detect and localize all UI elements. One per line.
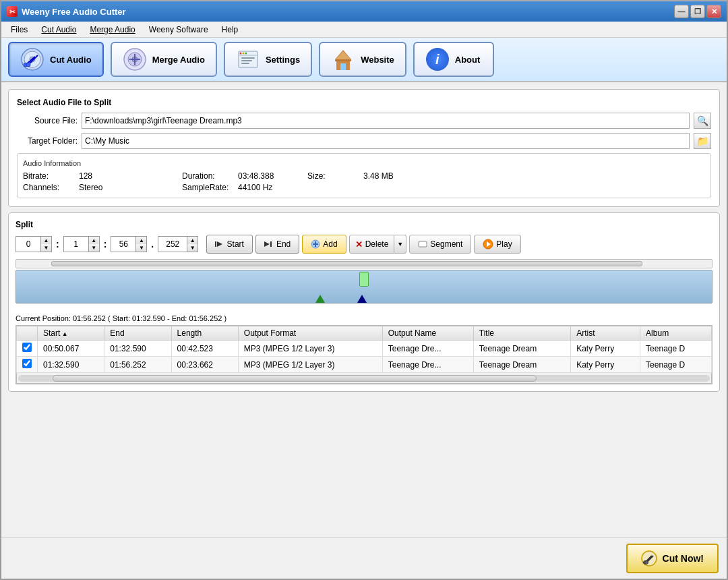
svg-rect-14 xyxy=(241,63,249,64)
audio-info-section: Audio Information Bitrate: 128 Duration:… xyxy=(17,153,711,198)
target-folder-input[interactable] xyxy=(82,133,690,149)
waveform-area: Current Position: 01:56.252 ( Start: 01:… xyxy=(16,259,712,322)
table-row: 00:50.067 01:32.590 00:42.523 MP3 (MPEG … xyxy=(17,341,712,357)
menu-files[interactable]: Files xyxy=(4,23,34,36)
col-start[interactable]: Start xyxy=(38,326,104,341)
add-button[interactable]: Add xyxy=(302,235,346,254)
delete-dropdown-button[interactable]: ▼ xyxy=(394,235,406,254)
scrollbar-thumb[interactable] xyxy=(51,261,642,266)
toolbar: Cut Audio Merge Audio xyxy=(1,38,727,82)
website-icon xyxy=(331,47,355,71)
col-album[interactable]: Album xyxy=(640,326,712,341)
main-window: ✂ Weeny Free Audio Cutter — ❐ ✕ Files Cu… xyxy=(0,0,728,580)
frames-spin-buttons: ▲ ▼ xyxy=(187,237,198,252)
cut-now-label: Cut Now! xyxy=(663,553,704,564)
minutes-spinbox[interactable]: ▲ ▼ xyxy=(16,236,52,252)
segment-button[interactable]: Segment xyxy=(409,235,471,254)
source-browse-button[interactable]: 🔍 xyxy=(694,113,711,129)
frames-spinbox[interactable]: ▲ ▼ xyxy=(158,236,198,252)
table-hscrollbar[interactable] xyxy=(16,373,712,384)
seconds2-spinbox[interactable]: ▲ ▼ xyxy=(111,236,147,252)
waveform-bar[interactable] xyxy=(16,270,712,303)
table-body: 00:50.067 01:32.590 00:42.523 MP3 (MPEG … xyxy=(17,341,712,373)
cut-audio-label: Cut Audio xyxy=(50,55,92,65)
cut-now-icon xyxy=(641,550,657,567)
row2-checkbox[interactable] xyxy=(22,359,32,368)
row2-length: 00:23.662 xyxy=(171,357,238,373)
svg-rect-26 xyxy=(270,241,272,247)
menu-help[interactable]: Help xyxy=(215,23,245,36)
close-button[interactable]: ✕ xyxy=(706,5,721,18)
row1-checkbox[interactable] xyxy=(22,343,32,352)
menu-cut-audio[interactable]: Cut Audio xyxy=(34,23,83,36)
row1-end: 01:32.590 xyxy=(104,341,171,357)
about-button[interactable]: i About xyxy=(413,42,494,77)
waveform-scrollbar[interactable] xyxy=(16,259,712,268)
svg-rect-22 xyxy=(340,63,346,70)
source-label: Source File: xyxy=(17,116,78,125)
svg-point-37 xyxy=(644,561,648,564)
delete-group: ✕ Delete ▼ xyxy=(349,235,407,254)
seconds2-input[interactable] xyxy=(111,237,135,252)
minutes-spin-buttons: ▲ ▼ xyxy=(40,237,51,252)
seconds2-spin-up[interactable]: ▲ xyxy=(135,237,146,244)
row1-start: 00:50.067 xyxy=(38,341,104,357)
row2-format: MP3 (MPEG 1/2 Layer 3) xyxy=(238,357,382,373)
minutes-input[interactable] xyxy=(16,237,40,252)
col-format[interactable]: Output Format xyxy=(238,326,382,341)
about-icon: i xyxy=(425,47,450,71)
row1-checkbox-cell xyxy=(17,341,38,357)
target-browse-button[interactable]: 📁 xyxy=(694,133,711,149)
settings-button[interactable]: Settings xyxy=(224,42,312,77)
row2-artist: Katy Perry xyxy=(571,357,640,373)
panel-title: Select Audio File to Split xyxy=(17,98,711,107)
col-length[interactable]: Length xyxy=(171,326,238,341)
row1-artist: Katy Perry xyxy=(571,341,640,357)
main-content: Select Audio File to Split Source File: … xyxy=(1,82,727,538)
seconds1-input[interactable] xyxy=(64,237,88,252)
play-button[interactable]: Play xyxy=(474,235,520,254)
row1-title: Teenage Dream xyxy=(473,341,570,357)
row2-end: 01:56.252 xyxy=(104,357,171,373)
minutes-spin-up[interactable]: ▲ xyxy=(40,237,51,244)
channels-value: Stereo xyxy=(79,183,180,192)
end-marker-triangle xyxy=(357,295,367,303)
hscrollbar-thumb[interactable] xyxy=(53,375,537,382)
svg-rect-30 xyxy=(419,241,427,247)
seconds1-spinbox[interactable]: ▲ ▼ xyxy=(63,236,100,252)
source-file-input[interactable] xyxy=(82,113,690,129)
cut-now-button[interactable]: Cut Now! xyxy=(626,544,719,573)
restore-button[interactable]: ❐ xyxy=(690,5,705,18)
end-button[interactable]: End xyxy=(255,235,299,254)
cut-audio-button[interactable]: Cut Audio xyxy=(8,42,104,77)
svg-point-17 xyxy=(245,53,247,55)
row1-format: MP3 (MPEG 1/2 Layer 3) xyxy=(238,341,382,357)
audio-info-title: Audio Information xyxy=(23,159,705,167)
menu-merge-audio[interactable]: Merge Audio xyxy=(83,23,142,36)
seconds1-spin-up[interactable]: ▲ xyxy=(88,237,99,244)
frames-spin-up[interactable]: ▲ xyxy=(187,237,198,244)
col-output-name[interactable]: Output Name xyxy=(382,326,473,341)
svg-rect-13 xyxy=(241,60,252,61)
col-artist[interactable]: Artist xyxy=(571,326,640,341)
merge-audio-button[interactable]: Merge Audio xyxy=(111,42,217,77)
frames-spin-down[interactable]: ▼ xyxy=(187,244,198,252)
menu-weeny-software[interactable]: Weeny Software xyxy=(142,23,215,36)
frames-input[interactable] xyxy=(158,237,187,252)
table-header: Start End Length Output Format Output Na… xyxy=(17,326,712,341)
table-scroll[interactable]: Start End Length Output Format Output Na… xyxy=(16,326,712,373)
seconds2-spin-down[interactable]: ▼ xyxy=(135,244,146,252)
add-icon xyxy=(311,239,320,249)
start-button[interactable]: Start xyxy=(206,235,253,254)
hscrollbar-track xyxy=(18,375,710,382)
seconds1-spin-down[interactable]: ▼ xyxy=(88,244,99,252)
minimize-button[interactable]: — xyxy=(674,5,689,18)
svg-point-15 xyxy=(239,53,241,55)
website-button[interactable]: Website xyxy=(319,42,406,77)
svg-marker-21 xyxy=(336,51,351,59)
delete-button[interactable]: ✕ Delete xyxy=(349,235,395,254)
col-end[interactable]: End xyxy=(104,326,171,341)
minutes-spin-down[interactable]: ▼ xyxy=(40,244,51,252)
col-title[interactable]: Title xyxy=(473,326,570,341)
seconds1-spin-buttons: ▲ ▼ xyxy=(88,237,99,252)
